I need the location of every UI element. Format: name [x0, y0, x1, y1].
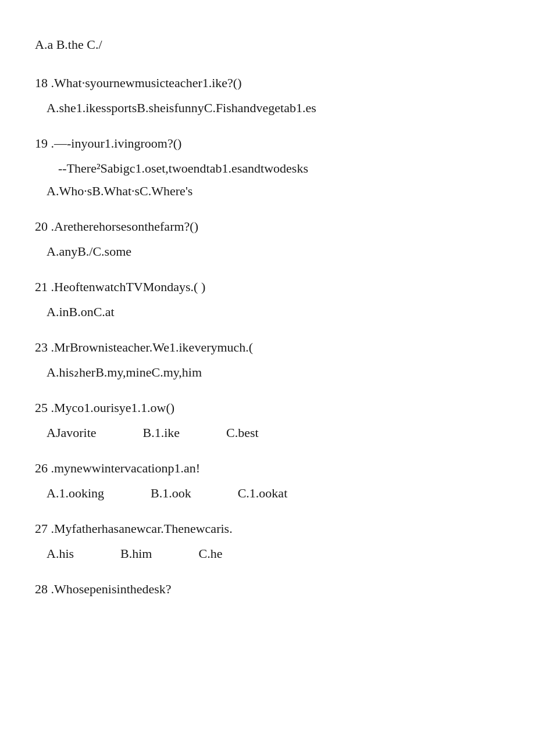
question-18: 18 .What·syournewmusicteacher1.ike?() A.…	[35, 73, 506, 117]
q20-number: 20	[35, 219, 48, 234]
question-19-text: 19 .—-inyour1.ivingroom?()	[35, 134, 506, 153]
intro-options: A.a B.the C./	[35, 35, 506, 54]
question-20-text: 20 .Aretherehorsesonthefarm?()	[35, 217, 506, 236]
q18-options: A.she1.ikessportsB.sheisfunnyC.Fishandve…	[35, 98, 506, 117]
question-25: 25 .Myco1.ourisye1.1.ow() AJavorite B.1.…	[35, 398, 506, 442]
q18-body: .What·syournewmusicteacher1.ike?()	[48, 76, 242, 90]
q19-sub: --There²Sabigc1.oset,twoendtab1.esandtwo…	[35, 159, 506, 178]
question-28: 28 .Whosepenisinthedesk?	[35, 579, 506, 599]
intro-options-text: A.a B.the C./	[35, 35, 506, 54]
q25-options-row: AJavorite B.1.ike C.best	[35, 423, 506, 442]
q28-body: .Whosepenisinthedesk?	[48, 582, 172, 596]
q26-number: 26	[35, 461, 48, 475]
q25-opt-b: B.1.ike	[143, 423, 180, 442]
question-26: 26 .mynewwintervacationp1.an! A.1.ooking…	[35, 458, 506, 503]
q25-number: 25	[35, 400, 48, 415]
q18-number: 18	[35, 76, 48, 90]
question-26-text: 26 .mynewwintervacationp1.an!	[35, 458, 506, 478]
question-18-text: 18 .What·syournewmusicteacher1.ike?()	[35, 73, 506, 92]
q26-options-row: A.1.ooking B.1.ook C.1.ookat	[35, 483, 506, 503]
q18-opt: A.she1.ikessportsB.sheisfunnyC.Fishandve…	[47, 101, 316, 115]
q25-opt-c: C.best	[226, 423, 259, 442]
q23-body: .MrBrownisteacher.We1.ikeverymuch.(	[48, 340, 253, 354]
q27-opt-b: B.him	[120, 544, 152, 563]
q23-options: A.his₂herB.my,mineC.my,him	[35, 363, 506, 382]
q19-number: 19	[35, 136, 48, 151]
q19-options: A.Who·sB.What·sC.Where's	[35, 181, 506, 200]
question-25-text: 25 .Myco1.ourisye1.1.ow()	[35, 398, 506, 417]
question-27: 27 .Myfatherhasanewcar.Thenewcaris. A.hi…	[35, 519, 506, 563]
q26-body: .mynewwintervacationp1.an!	[48, 461, 200, 475]
question-21-text: 21 .HeoftenwatchTVMondays.( )	[35, 277, 506, 296]
question-28-text: 28 .Whosepenisinthedesk?	[35, 579, 506, 599]
q26-opt-a: A.1.ooking	[47, 483, 104, 503]
q28-number: 28	[35, 582, 48, 596]
q27-opt-a: A.his	[47, 544, 74, 563]
q23-number: 23	[35, 340, 48, 354]
q20-body: .Aretherehorsesonthefarm?()	[48, 219, 198, 234]
question-20: 20 .Aretherehorsesonthefarm?() A.anyB./C…	[35, 217, 506, 261]
q25-opt-a: AJavorite	[47, 423, 97, 442]
question-23: 23 .MrBrownisteacher.We1.ikeverymuch.( A…	[35, 338, 506, 382]
q27-opt-c: C.he	[198, 544, 222, 563]
q27-options-row: A.his B.him C.he	[35, 544, 506, 563]
q25-body: .Myco1.ourisye1.1.ow()	[48, 400, 174, 415]
q20-options: A.anyB./C.some	[35, 242, 506, 261]
question-23-text: 23 .MrBrownisteacher.We1.ikeverymuch.(	[35, 338, 506, 357]
question-27-text: 27 .Myfatherhasanewcar.Thenewcaris.	[35, 519, 506, 538]
q19-body: .—-inyour1.ivingroom?()	[48, 136, 181, 151]
q21-number: 21	[35, 280, 48, 294]
question-19: 19 .—-inyour1.ivingroom?() --There²Sabig…	[35, 134, 506, 200]
q21-options: A.inB.onC.at	[35, 302, 506, 321]
q26-opt-b: B.1.ook	[151, 483, 191, 503]
q26-opt-c: C.1.ookat	[238, 483, 288, 503]
q27-body: .Myfatherhasanewcar.Thenewcaris.	[48, 521, 233, 536]
q21-body: .HeoftenwatchTVMondays.( )	[48, 280, 205, 294]
q27-number: 27	[35, 521, 48, 536]
questions-container: 18 .What·syournewmusicteacher1.ike?() A.…	[35, 73, 506, 599]
question-21: 21 .HeoftenwatchTVMondays.( ) A.inB.onC.…	[35, 277, 506, 321]
